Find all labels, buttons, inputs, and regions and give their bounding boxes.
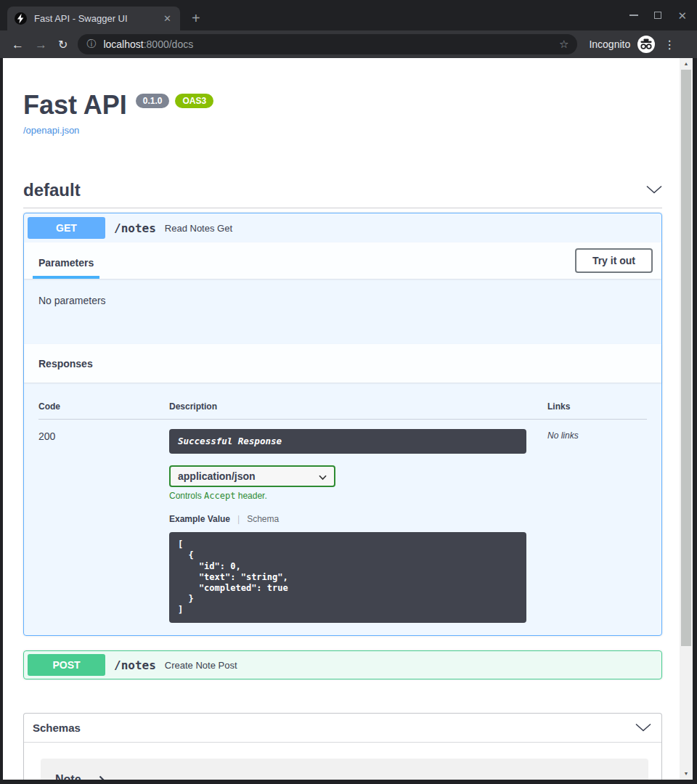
tag-name: default (23, 180, 81, 200)
response-links: No links (547, 429, 647, 623)
get-path: /notes (114, 221, 156, 235)
address-bar[interactable]: ⓘ localhost:8000/docs ☆ (78, 34, 577, 54)
get-method-badge: GET (28, 217, 105, 239)
url-text: localhost:8000/docs (103, 38, 559, 50)
tab-strip: Fast API - Swagger UI ✕ + ✕ (0, 0, 697, 30)
media-type-value: application/json (178, 470, 256, 482)
parameters-section-header: Parameters Try it out (24, 242, 661, 279)
window-controls: ✕ (629, 7, 687, 23)
get-summary: Read Notes Get (165, 223, 232, 234)
reload-icon[interactable]: ↻ (58, 38, 68, 51)
no-parameters-message: No parameters (38, 295, 106, 306)
opblock-post-notes: POST /notes Create Note Post (23, 650, 662, 679)
accept-header-note: Controls Accept header. (169, 491, 547, 501)
tab-parameters: Parameters (33, 257, 99, 279)
post-path: /notes (114, 658, 156, 672)
close-window-icon[interactable]: ✕ (677, 10, 687, 21)
opblock-get-header[interactable]: GET /notes Read Notes Get (24, 213, 661, 242)
media-type-select[interactable]: application/json (169, 465, 335, 487)
tab-schema[interactable]: Schema (247, 514, 279, 525)
page-info-icon[interactable]: ⓘ (86, 38, 96, 51)
opblock-post-header[interactable]: POST /notes Create Note Post (24, 651, 661, 679)
response-code: 200 (38, 429, 169, 623)
browser-window: Fast API - Swagger UI ✕ + ✕ ← → ↻ ⓘ loca… (0, 0, 697, 784)
browser-toolbar: ← → ↻ ⓘ localhost:8000/docs ☆ Incognito … (0, 30, 697, 58)
schemas-body: Note (24, 743, 661, 780)
minimize-icon[interactable] (629, 15, 638, 16)
version-badge: 0.1.0 (136, 94, 170, 108)
new-tab-button[interactable]: + (192, 7, 200, 30)
back-icon[interactable]: ← (12, 38, 24, 51)
responses-table-header: Code Description Links (38, 401, 647, 420)
example-json-code: [ { "id": 0, "text": "string", "complete… (169, 532, 526, 623)
responses-section-header: Responses (24, 344, 661, 383)
swagger-page: Fast API 0.1.0 OAS3 /openapi.json defaul… (3, 58, 680, 780)
page-scrollbar[interactable]: ▲ ▼ (680, 58, 693, 780)
scrollbar-thumb[interactable] (681, 70, 691, 646)
accept-note-suffix: header. (235, 491, 266, 501)
col-links: Links (547, 401, 647, 412)
openapi-spec-link[interactable]: /openapi.json (23, 125, 79, 136)
url-host: localhost (103, 38, 143, 50)
try-it-out-button[interactable]: Try it out (575, 248, 653, 273)
forward-icon[interactable]: → (35, 38, 47, 51)
oas3-badge: OAS3 (175, 94, 213, 108)
accept-note-code: Accept (204, 491, 235, 501)
chevron-right-icon (99, 775, 105, 780)
incognito-label: Incognito (589, 38, 630, 50)
schemas-heading: Schemas (33, 722, 81, 734)
parameters-body: No parameters (24, 279, 661, 344)
responses-table: Code Description Links 200 Successful Re… (24, 383, 661, 635)
col-description: Description (169, 401, 547, 412)
post-method-badge: POST (28, 654, 105, 676)
url-path: :8000/docs (144, 38, 194, 50)
tab-title: Fast API - Swagger UI (34, 13, 162, 24)
bookmark-star-icon[interactable]: ☆ (559, 38, 568, 51)
post-summary: Create Note Post (165, 660, 237, 671)
incognito-icon (637, 36, 655, 53)
schemas-header[interactable]: Schemas (24, 714, 661, 743)
tab-close-icon[interactable]: ✕ (162, 13, 173, 24)
model-note[interactable]: Note (41, 759, 648, 780)
select-chevron-icon (318, 473, 327, 482)
tag-section-default[interactable]: default (23, 173, 662, 208)
scroll-up-icon[interactable]: ▲ (680, 58, 693, 70)
page-title: Fast API (23, 90, 127, 121)
maximize-icon[interactable] (654, 12, 661, 19)
opblock-get-notes: GET /notes Read Notes Get Parameters Try… (23, 213, 662, 636)
response-description: Successful Response (169, 429, 526, 454)
chevron-down-icon[interactable] (635, 722, 651, 735)
browser-tab[interactable]: Fast API - Swagger UI ✕ (7, 7, 180, 30)
responses-heading: Responses (38, 358, 93, 369)
chevron-down-icon[interactable] (646, 184, 662, 197)
response-row-200: 200 Successful Response application/json… (38, 420, 647, 623)
col-code: Code (38, 401, 169, 412)
model-name: Note (55, 774, 81, 780)
api-info: Fast API 0.1.0 OAS3 /openapi.json (23, 90, 662, 136)
tab-example-value[interactable]: Example Value (169, 514, 230, 525)
schemas-section: Schemas Note (23, 713, 662, 780)
tab-separator: | (237, 514, 240, 525)
response-description-cell: Successful Response application/json Con… (169, 429, 547, 623)
accept-note-prefix: Controls (169, 491, 204, 501)
example-schema-tabs: Example Value | Schema (169, 514, 547, 525)
scroll-down-icon[interactable]: ▼ (680, 768, 693, 780)
menu-kebab-icon[interactable]: ⋮ (664, 38, 675, 52)
fastapi-favicon-icon (15, 12, 27, 25)
